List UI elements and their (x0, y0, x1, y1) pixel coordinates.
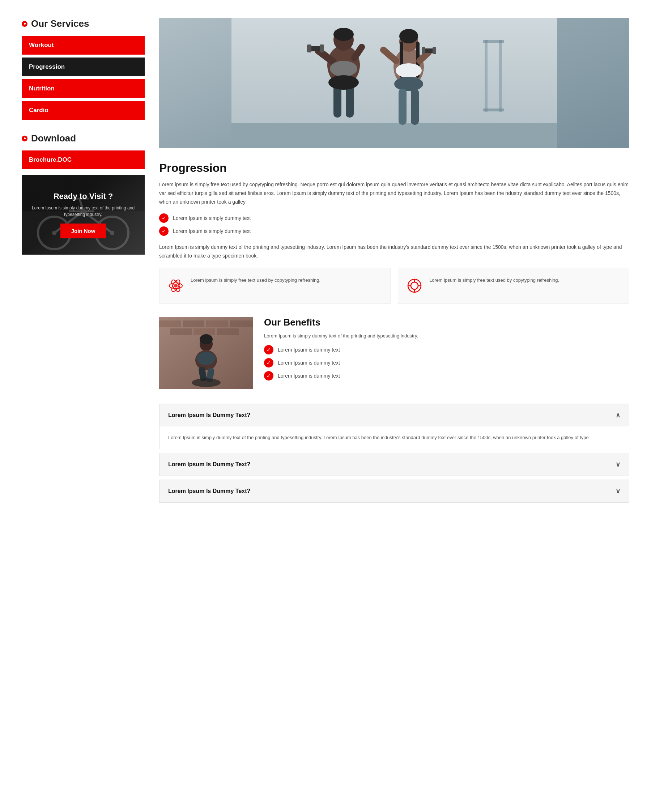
benefit-item-1: ✓ Lorem Ipsum is dummy text (264, 345, 629, 354)
svg-rect-22 (307, 44, 311, 52)
accordion-chevron-down-3: ∨ (616, 487, 620, 495)
sidebar: Our Services Workout Progression Nutriti… (22, 18, 145, 506)
svg-rect-11 (232, 123, 557, 148)
atom-icon (167, 277, 185, 295)
check-text-1: Lorem Ipsum is simply dummy text (173, 215, 251, 221)
svg-point-27 (328, 75, 359, 90)
svg-rect-23 (320, 44, 324, 52)
feature-card-2: Lorem ipsum is simply free text used by … (398, 268, 629, 304)
promo-box: Ready to Visit ? Lorem Ipsum is simply d… (22, 175, 145, 255)
services-list: Workout Progression Nutrition Cardio (22, 36, 145, 120)
svg-rect-15 (483, 108, 504, 111)
benefit-check-2: ✓ (264, 358, 273, 368)
nutrition-btn[interactable]: Nutrition (22, 79, 145, 98)
svg-point-42 (174, 284, 178, 287)
svg-rect-41 (411, 89, 419, 125)
benefits-section: Our Benefits Lorem Ipsum is simply dummy… (159, 317, 629, 389)
download-section: Download Brochure.DOC (22, 133, 145, 255)
svg-rect-36 (422, 47, 425, 54)
services-dot-icon (22, 21, 27, 27)
svg-rect-55 (183, 321, 204, 327)
body-paragraph: Lorem Ipsum is simply dummy text of the … (159, 243, 629, 260)
svg-point-30 (399, 29, 418, 43)
accordion-chevron-up-1: ∧ (616, 411, 620, 419)
benefits-title: Our Benefits (264, 317, 629, 328)
check-icon-1: ✓ (159, 214, 169, 223)
svg-rect-60 (217, 328, 239, 335)
svg-rect-57 (230, 321, 253, 327)
svg-point-18 (334, 28, 354, 41)
accordion-question-3: Lorem Ipsum Is Dummy Text? (168, 488, 250, 495)
lifebuoy-icon (406, 277, 424, 295)
hero-image-svg (159, 18, 629, 148)
check-text-2: Lorem Ipsum is simply dummy text (173, 228, 251, 234)
benefits-image (159, 317, 253, 389)
download-heading: Download (31, 133, 76, 144)
accordion-question-2: Lorem Ipsum Is Dummy Text? (168, 461, 250, 468)
svg-rect-37 (433, 47, 436, 54)
progression-heading: Progression (159, 161, 629, 175)
benefits-text: Lorem Ipsum is simply dummy text of the … (264, 333, 629, 340)
check-item-1: ✓ Lorem Ipsum is simply dummy text (159, 214, 629, 223)
accordion-chevron-down-2: ∨ (616, 461, 620, 469)
svg-point-38 (396, 63, 422, 78)
svg-rect-56 (206, 321, 228, 327)
accordion-body-1: Lorem Ipsum is simply dummy text of the … (160, 426, 629, 449)
check-item-2: ✓ Lorem Ipsum is simply dummy text (159, 226, 629, 236)
services-title: Our Services (22, 18, 145, 29)
check-list: ✓ Lorem Ipsum is simply dummy text ✓ Lor… (159, 214, 629, 236)
benefit-check-3: ✓ (264, 371, 273, 380)
accordion-item-2: Lorem Ipsum Is Dummy Text? ∨ (159, 453, 629, 476)
benefit-item-3: ✓ Lorem Ipsum is dummy text (264, 371, 629, 380)
services-heading: Our Services (31, 18, 89, 29)
svg-point-47 (411, 282, 418, 289)
benefit-text-2: Lorem Ipsum is dummy text (278, 360, 340, 366)
accordion-header-2[interactable]: Lorem Ipsum Is Dummy Text? ∨ (160, 453, 629, 476)
accordion: Lorem Ipsum Is Dummy Text? ∧ Lorem Ipsum… (159, 404, 629, 503)
benefit-item-2: ✓ Lorem Ipsum is dummy text (264, 358, 629, 368)
svg-rect-40 (399, 89, 407, 125)
accordion-header-3[interactable]: Lorem Ipsum Is Dummy Text? ∨ (160, 480, 629, 502)
join-now-btn[interactable]: Join Now (60, 224, 106, 238)
progression-btn[interactable]: Progression (22, 58, 145, 76)
workout-btn[interactable]: Workout (22, 36, 145, 55)
accordion-item-3: Lorem Ipsum Is Dummy Text? ∨ (159, 479, 629, 503)
svg-point-26 (330, 61, 357, 77)
feature-text-1: Lorem ipsum is simply free text used by … (191, 277, 320, 284)
download-dot-icon (22, 136, 27, 141)
benefit-text-3: Lorem Ipsum is dummy text (278, 373, 340, 379)
svg-point-67 (200, 334, 213, 344)
main-content: Progression Lorem ipsum is simply free t… (159, 18, 629, 506)
accordion-header-1[interactable]: Lorem Ipsum Is Dummy Text? ∧ (160, 404, 629, 426)
svg-rect-59 (194, 328, 215, 335)
benefits-content: Our Benefits Lorem Ipsum is simply dummy… (264, 317, 629, 389)
benefits-list: ✓ Lorem Ipsum is dummy text ✓ Lorem Ipsu… (264, 345, 629, 380)
svg-point-39 (394, 77, 423, 91)
svg-point-63 (197, 352, 215, 365)
promo-title: Ready to Visit ? (29, 192, 137, 201)
brochure-download-btn[interactable]: Brochure.DOC (22, 151, 145, 169)
cardio-btn[interactable]: Cardio (22, 101, 145, 120)
svg-rect-14 (483, 40, 504, 43)
accordion-question-1: Lorem Ipsum Is Dummy Text? (168, 412, 250, 418)
promo-content: Ready to Visit ? Lorem Ipsum is simply d… (29, 192, 137, 238)
svg-rect-12 (485, 40, 488, 112)
check-icon-2: ✓ (159, 226, 169, 236)
svg-rect-13 (499, 40, 502, 112)
intro-paragraph: Lorem ipsum is simply free text used by … (159, 180, 629, 206)
benefit-check-1: ✓ (264, 345, 273, 354)
svg-rect-58 (170, 328, 192, 335)
hero-image (159, 18, 629, 148)
benefit-text-1: Lorem Ipsum is dummy text (278, 347, 340, 353)
download-title-wrapper: Download (22, 133, 145, 144)
accordion-item-1: Lorem Ipsum Is Dummy Text? ∧ Lorem Ipsum… (159, 404, 629, 449)
svg-rect-54 (159, 321, 181, 327)
benefits-image-svg (159, 317, 253, 389)
feature-text-2: Lorem ipsum is simply free text used by … (429, 277, 559, 284)
promo-text: Lorem Ipsum is simply dummy text of the … (29, 205, 137, 218)
feature-card-1: Lorem ipsum is simply free text used by … (159, 268, 390, 304)
svg-point-66 (192, 379, 221, 387)
feature-cards: Lorem ipsum is simply free text used by … (159, 268, 629, 304)
